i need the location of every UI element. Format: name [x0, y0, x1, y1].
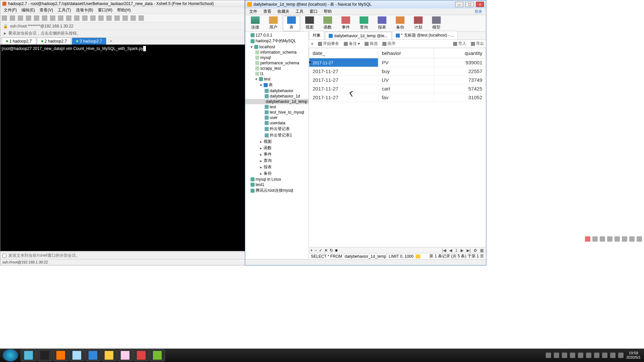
tray-icon[interactable]: [592, 236, 598, 242]
maximize-button[interactable]: ☐: [466, 2, 474, 7]
cell-quantity[interactable]: 31052: [434, 93, 486, 102]
table-item[interactable]: userdata: [245, 120, 309, 126]
import-button[interactable]: 导入: [453, 41, 466, 47]
tree-query-node[interactable]: ▸查询: [245, 158, 309, 164]
toolbar-icon[interactable]: [10, 15, 15, 21]
schema-item[interactable]: t1: [245, 71, 309, 76]
warning-icon[interactable]: [416, 254, 420, 258]
tray-icon[interactable]: [629, 236, 635, 242]
tray-icon[interactable]: [546, 353, 551, 358]
table-item[interactable]: 外出登记表1: [245, 132, 309, 138]
conn-item[interactable]: 腾讯云root连接mysql: [245, 187, 309, 194]
toolbar-icon[interactable]: [122, 15, 128, 21]
col-quantity[interactable]: quantity: [434, 48, 486, 58]
tray-icon[interactable]: [586, 353, 591, 358]
toolbar-icon[interactable]: [82, 15, 88, 21]
conn-item[interactable]: 127.0.0.1: [245, 33, 309, 38]
schema-item[interactable]: mysql: [245, 55, 309, 60]
task-app[interactable]: [85, 349, 101, 361]
table-item[interactable]: test_hive_to_mysql: [245, 110, 309, 115]
connection-tree[interactable]: 127.0.0.1 hadoop2.7中的MySQL ▾localhost in…: [245, 32, 309, 259]
toolbar-icon[interactable]: [130, 15, 136, 21]
tree-report-node[interactable]: ▸报表: [245, 164, 309, 170]
tray-icon[interactable]: [562, 353, 567, 358]
menu-help[interactable]: 帮助: [321, 8, 334, 15]
tray-icon[interactable]: [610, 353, 615, 358]
ribbon-event[interactable]: 事件: [337, 16, 355, 31]
table-item[interactable]: dailybehavior: [245, 88, 309, 94]
tab-table-data[interactable]: dailybehavior_1d_temp @te...: [325, 32, 391, 40]
ribbon-fn[interactable]: 函数: [319, 16, 336, 31]
navicat-titlebar[interactable]: dailybehavior_1d_temp @test (localhost) …: [245, 0, 486, 8]
toolbar-icon[interactable]: [98, 15, 104, 21]
send-all-checkbox[interactable]: [2, 254, 6, 258]
tray-icon[interactable]: [594, 353, 599, 358]
toolbar-icon[interactable]: [114, 15, 120, 21]
tray-icon[interactable]: [578, 353, 583, 358]
tray-icon[interactable]: [554, 353, 559, 358]
cell-behavior[interactable]: buy: [378, 67, 434, 76]
schema-item[interactable]: performance_schema: [245, 60, 309, 66]
tree-event-node[interactable]: ▸事件: [245, 151, 309, 158]
toolbar-icon[interactable]: [74, 15, 79, 21]
ribbon-report[interactable]: 报表: [373, 16, 391, 31]
tray-icon[interactable]: [618, 353, 624, 358]
menu-tab[interactable]: 选项卡(B): [74, 7, 95, 14]
tree-view-node[interactable]: ▸视图: [245, 138, 309, 145]
refresh-button[interactable]: ↻: [330, 248, 333, 253]
task-cmd[interactable]: [37, 349, 52, 361]
toolbar-icon[interactable]: [34, 15, 39, 21]
cell-date[interactable]: 2017-11-27: [309, 84, 378, 93]
page-number[interactable]: 1: [454, 248, 459, 253]
tree-fn-node[interactable]: ▸函数: [245, 145, 309, 151]
expand-icon[interactable]: ▸: [260, 159, 263, 163]
ribbon-plan[interactable]: 计划: [410, 16, 427, 31]
begin-tx-button[interactable]: 开始事务: [318, 41, 339, 47]
cell-date[interactable]: 2017-11-27: [313, 61, 333, 65]
table-row[interactable]: 2017-11-27cart57425: [309, 84, 486, 93]
menu-file[interactable]: 文件(F): [2, 7, 19, 14]
table-row[interactable]: 2017-11-27buy22557: [309, 67, 486, 76]
cancel-button[interactable]: ✕: [324, 248, 328, 253]
expand-icon[interactable]: ▸: [260, 165, 263, 170]
table-row[interactable]: ▸2017-11-27 PV 939001: [309, 58, 486, 67]
tray-icon[interactable]: [622, 236, 627, 242]
table-item[interactable]: user: [245, 115, 309, 120]
table-item[interactable]: dailybehavior_1d: [245, 94, 309, 99]
toolbar-icon[interactable]: [26, 15, 31, 21]
filter-button[interactable]: 筛选: [365, 41, 378, 47]
arrow-icon[interactable]: ➤: [3, 31, 6, 36]
conn-item[interactable]: mysql in Linux: [245, 177, 309, 182]
menu-tools[interactable]: 工具(T): [56, 7, 73, 14]
xshell-titlebar[interactable]: hadoop2.7 - root@hadoop2.7:/opt/dataset/…: [0, 0, 245, 7]
ribbon-query[interactable]: 查询: [355, 16, 373, 31]
cell-behavior[interactable]: cart: [378, 84, 434, 93]
tray-icon[interactable]: [600, 236, 605, 242]
address-text[interactable]: ssh://root:********@192.168.1.30:22: [10, 24, 73, 28]
ribbon-view[interactable]: 视图: [301, 16, 318, 31]
toolbar-icon[interactable]: [58, 15, 63, 21]
ribbon-connect[interactable]: 连接: [247, 16, 264, 31]
last-page-button[interactable]: ▶|: [466, 248, 472, 253]
tray-icon[interactable]: [570, 353, 575, 358]
grid-icon[interactable]: ▦: [479, 248, 485, 253]
task-firefox[interactable]: [53, 349, 68, 361]
expand-icon[interactable]: ▸: [260, 152, 263, 157]
toolbar-icon[interactable]: [90, 15, 96, 21]
menu-view[interactable]: 查看(V): [38, 7, 55, 14]
task-navicat[interactable]: [150, 349, 165, 361]
ribbon-backup[interactable]: 备份: [391, 16, 409, 31]
conn-localhost[interactable]: ▾localhost: [245, 44, 309, 50]
schema-test[interactable]: ▾test: [245, 76, 309, 82]
toolbar-icon[interactable]: [106, 15, 112, 21]
next-page-button[interactable]: ▶: [460, 248, 465, 253]
stop-button[interactable]: ■: [335, 248, 337, 253]
toolbar-icon[interactable]: [42, 15, 47, 21]
conn-item[interactable]: test1: [245, 182, 309, 187]
data-grid[interactable]: date_ behavior quantity ▸2017-11-27 PV 9…: [309, 48, 486, 247]
ribbon-model[interactable]: 模型: [428, 16, 445, 31]
prev-page-button[interactable]: ◀: [448, 248, 453, 253]
table-item[interactable]: test: [245, 104, 309, 110]
schema-item[interactable]: information_schema: [245, 50, 309, 55]
ribbon-table[interactable]: 表: [283, 16, 300, 31]
